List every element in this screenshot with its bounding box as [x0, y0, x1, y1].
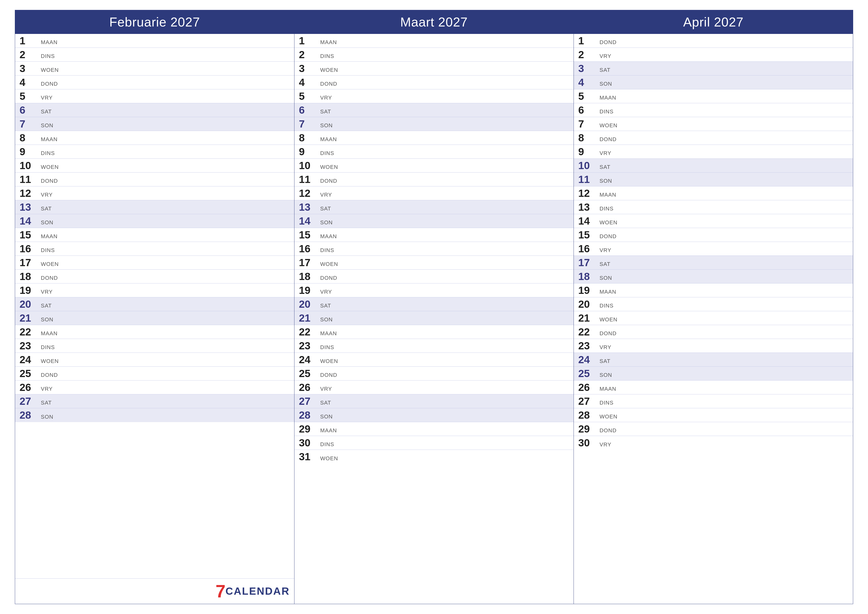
day-row: 4SON	[574, 76, 853, 89]
day-name: SON	[600, 275, 612, 282]
day-row: 25DOND	[294, 367, 574, 381]
day-number: 5	[578, 91, 598, 101]
day-name: MAAN	[600, 192, 616, 199]
day-number: 29	[578, 424, 598, 434]
day-name: DINS	[600, 109, 614, 116]
day-number: 5	[299, 91, 319, 101]
day-name: VRY	[41, 289, 53, 296]
day-name: SON	[320, 316, 333, 324]
day-name: DINS	[41, 53, 55, 61]
day-name: SAT	[600, 358, 611, 365]
day-name: WOEN	[320, 455, 338, 463]
day-number: 11	[578, 174, 598, 185]
day-name: DOND	[600, 136, 617, 144]
day-name: DOND	[41, 81, 58, 88]
day-name: VRY	[320, 386, 332, 393]
day-row: 17SAT	[574, 256, 853, 270]
day-name: SAT	[600, 164, 611, 171]
day-number: 26	[20, 382, 39, 393]
day-number: 6	[578, 105, 598, 115]
day-number: 24	[20, 354, 39, 365]
day-row: 23DINS	[294, 339, 574, 353]
day-number: 2	[299, 50, 319, 60]
day-row: 7WOEN	[574, 117, 853, 131]
day-number: 24	[299, 354, 319, 365]
day-name: WOEN	[41, 261, 59, 268]
day-name: SON	[41, 414, 53, 421]
day-row: 1DOND	[574, 34, 853, 48]
day-number: 25	[20, 368, 39, 379]
day-number: 22	[20, 327, 39, 337]
day-row: 19VRY	[15, 283, 294, 297]
day-name: MAAN	[600, 95, 616, 102]
day-name: VRY	[41, 386, 53, 393]
day-number: 8	[578, 133, 598, 143]
day-number: 7	[20, 119, 39, 129]
days-list-0: 1MAAN2DINS3WOEN4DOND5VRY6SAT7SON8MAAN9DI…	[15, 34, 294, 578]
day-name: WOEN	[600, 413, 617, 421]
day-name: MAAN	[320, 136, 337, 144]
day-row: 15DOND	[574, 228, 853, 242]
day-name: DINS	[41, 247, 55, 255]
day-row: 5MAAN	[574, 89, 853, 103]
day-number: 21	[578, 313, 598, 323]
day-row: 25DOND	[15, 367, 294, 381]
calendar-wrapper: Februarie 20271MAAN2DINS3WOEN4DOND5VRY6S…	[15, 10, 853, 604]
day-number: 7	[578, 119, 598, 129]
day-name: DINS	[320, 441, 334, 449]
day-number: 2	[20, 50, 39, 60]
day-row: 29MAAN	[294, 422, 574, 436]
brand-footer: 7CALENDAR	[15, 578, 294, 604]
day-name: DINS	[320, 247, 334, 255]
day-number: 20	[578, 299, 598, 309]
day-number: 21	[20, 313, 39, 323]
day-row: 5VRY	[294, 89, 574, 103]
day-row: 28WOEN	[574, 408, 853, 422]
day-name: SAT	[41, 399, 52, 407]
day-number: 22	[299, 327, 319, 337]
months-container: Februarie 20271MAAN2DINS3WOEN4DOND5VRY6S…	[15, 10, 853, 604]
day-name: VRY	[600, 441, 611, 449]
day-name: SON	[41, 219, 53, 227]
day-number: 1	[20, 36, 39, 46]
day-row: 7SON	[294, 117, 574, 131]
day-row: 22MAAN	[294, 325, 574, 339]
day-row: 9DINS	[294, 145, 574, 159]
day-number: 30	[578, 438, 598, 448]
day-row: 20DINS	[574, 297, 853, 311]
month-header-2: April 2027	[574, 10, 853, 34]
day-row: 10WOEN	[15, 159, 294, 173]
day-number: 28	[299, 410, 319, 420]
day-name: WOEN	[600, 219, 617, 227]
day-number: 24	[578, 354, 598, 365]
day-name: VRY	[320, 289, 332, 296]
day-name: DOND	[320, 275, 337, 282]
day-number: 12	[20, 188, 39, 199]
day-row: 13DINS	[574, 200, 853, 214]
day-name: DINS	[600, 205, 614, 213]
day-name: SON	[600, 178, 612, 185]
day-name: SAT	[320, 399, 331, 407]
day-number: 14	[578, 216, 598, 226]
day-number: 19	[20, 285, 39, 295]
month-header-1: Maart 2027	[294, 10, 574, 34]
day-name: WOEN	[41, 164, 59, 171]
day-name: DOND	[320, 178, 337, 185]
day-number: 10	[20, 160, 39, 171]
day-row: 11SON	[574, 173, 853, 187]
month-col-1: Maart 20271MAAN2DINS3WOEN4DOND5VRY6SAT7S…	[294, 10, 574, 604]
day-row: 10SAT	[574, 159, 853, 173]
day-name: MAAN	[320, 330, 337, 338]
day-name: SAT	[320, 109, 331, 116]
day-row: 9VRY	[574, 145, 853, 159]
day-row: 4DOND	[15, 76, 294, 89]
day-name: SAT	[41, 109, 52, 116]
day-name: SAT	[320, 303, 331, 310]
day-number: 21	[299, 313, 319, 323]
day-name: VRY	[600, 53, 611, 61]
day-number: 25	[578, 368, 598, 379]
day-row: 18DOND	[294, 270, 574, 283]
day-name: SON	[600, 81, 612, 88]
day-name: DOND	[41, 178, 58, 185]
day-number: 10	[299, 160, 319, 171]
